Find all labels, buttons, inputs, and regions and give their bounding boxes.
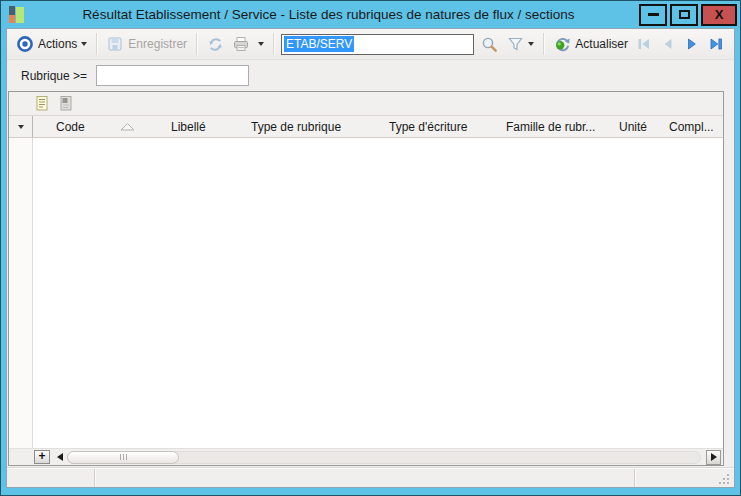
column-label: Famille de rubr... — [506, 120, 595, 134]
close-button[interactable]: X — [701, 4, 737, 26]
add-button[interactable]: + — [34, 450, 50, 464]
column-header-unite[interactable]: Unité — [619, 116, 669, 137]
window-controls: X — [639, 4, 737, 26]
maximize-icon — [679, 10, 690, 19]
actualiser-refresh-icon — [553, 35, 571, 53]
thumb-grip — [123, 454, 124, 460]
separator — [196, 33, 197, 55]
row-selector-header[interactable] — [9, 116, 33, 137]
save-label: Enregistrer — [128, 37, 187, 51]
grid-body — [9, 138, 723, 448]
client-area: Actions Enregistrer — [6, 28, 735, 488]
chevron-down-icon — [258, 42, 264, 46]
new-note-button[interactable] — [33, 95, 51, 113]
last-record-icon — [708, 36, 724, 52]
column-label: Compl... — [669, 120, 714, 134]
last-record-button[interactable] — [704, 34, 728, 54]
thumb-grip — [120, 454, 121, 460]
next-record-icon — [684, 36, 700, 52]
row-selector-column — [9, 138, 33, 448]
window-title: Résultat Etablissement / Service - Liste… — [24, 7, 633, 22]
status-bar — [7, 468, 734, 487]
search-selected-text: ETAB/SERV — [284, 36, 354, 52]
status-panel-left — [7, 469, 95, 487]
refresh-button[interactable] — [202, 33, 228, 55]
refresh-icon — [206, 35, 224, 53]
maximize-button[interactable] — [670, 4, 698, 26]
search-input[interactable]: ETAB/SERV — [281, 34, 474, 55]
first-record-button[interactable] — [632, 34, 656, 54]
actions-button[interactable]: Actions — [34, 35, 91, 53]
save-icon — [106, 35, 124, 53]
save-button[interactable]: Enregistrer — [102, 33, 191, 55]
disabled-note-icon — [58, 95, 74, 112]
resize-grip-icon[interactable] — [719, 473, 730, 484]
column-label: Unité — [619, 120, 647, 134]
minimize-icon — [648, 13, 659, 16]
minimize-button[interactable] — [639, 4, 667, 26]
main-toolbar: Actions Enregistrer — [7, 29, 734, 60]
first-record-icon — [636, 36, 652, 52]
results-grid: Code Libellé Type de rubrique Type d'écr… — [8, 91, 724, 466]
actions-label: Actions — [38, 37, 77, 51]
column-header-code[interactable]: Code — [33, 116, 171, 137]
scroll-left-icon[interactable] — [57, 453, 63, 461]
status-panel-middle — [95, 469, 635, 487]
next-record-button[interactable] — [680, 34, 704, 54]
actualiser-button[interactable]: Actualiser — [549, 33, 632, 55]
app-window: Résultat Etablissement / Service - Liste… — [0, 0, 741, 496]
app-icon — [9, 6, 24, 23]
hscroll-track[interactable] — [67, 451, 701, 464]
funnel-icon — [506, 35, 524, 53]
magnifier-icon — [480, 35, 498, 53]
column-header-complement[interactable]: Compl... — [669, 116, 723, 137]
print-button[interactable] — [228, 33, 254, 55]
grid-header-row: Code Libellé Type de rubrique Type d'écr… — [9, 116, 723, 138]
sort-ascending-icon — [120, 122, 135, 131]
separator — [543, 33, 544, 55]
separator — [96, 33, 97, 55]
chevron-down-icon — [81, 42, 87, 46]
hscroll-thumb[interactable] — [67, 451, 179, 464]
document-icon — [34, 95, 50, 112]
scroll-right-button[interactable] — [706, 450, 721, 465]
title-bar: Résultat Etablissement / Service - Liste… — [1, 1, 740, 28]
search-button[interactable] — [476, 33, 502, 55]
chevron-down-icon — [18, 125, 24, 129]
scroll-right-icon — [711, 453, 717, 461]
column-header-famille[interactable]: Famille de rubr... — [506, 116, 619, 137]
actualiser-label: Actualiser — [575, 37, 628, 51]
rubrique-filter-label: Rubrique >= — [21, 69, 87, 83]
target-icon — [16, 35, 34, 53]
filter-row: Rubrique >= — [7, 60, 734, 91]
grid-toolbar — [9, 92, 723, 116]
printer-icon — [232, 35, 250, 53]
separator — [273, 33, 274, 55]
status-panel-right — [635, 469, 734, 487]
column-label: Type d'écriture — [389, 120, 467, 134]
column-label: Code — [56, 120, 85, 134]
column-header-libelle[interactable]: Libellé — [171, 116, 251, 137]
filter-funnel-button[interactable] — [502, 33, 538, 55]
chevron-down-icon — [528, 42, 534, 46]
grid-hscrollbar: + — [9, 448, 723, 465]
rubrique-filter-input[interactable] — [96, 65, 249, 86]
print-options-button[interactable] — [254, 40, 268, 48]
thumb-grip — [126, 454, 127, 460]
column-label: Libellé — [171, 120, 206, 134]
column-label: Type de rubrique — [251, 120, 341, 134]
previous-record-button[interactable] — [656, 34, 680, 54]
previous-record-icon — [660, 36, 676, 52]
column-header-type-ecriture[interactable]: Type d'écriture — [389, 116, 506, 137]
column-header-type-rubrique[interactable]: Type de rubrique — [251, 116, 389, 137]
edit-note-button[interactable] — [57, 95, 75, 113]
